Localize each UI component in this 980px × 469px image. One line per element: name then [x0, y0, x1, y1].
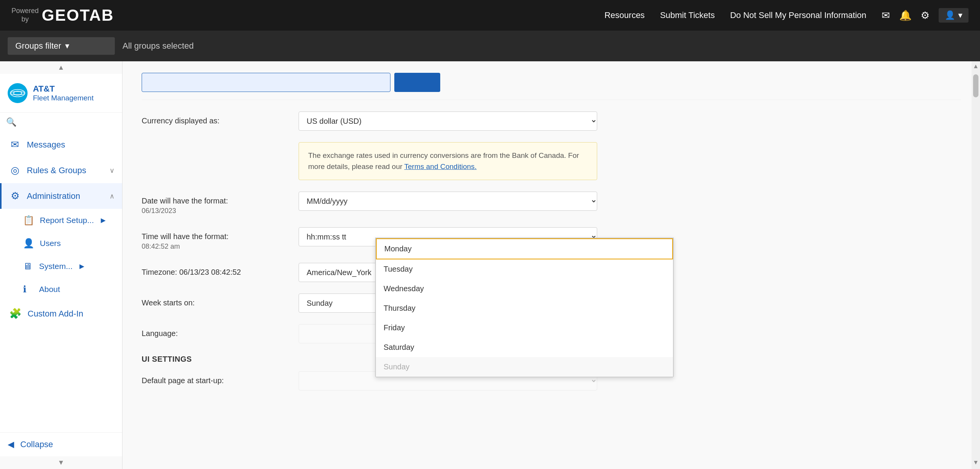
sidebar-scroll-up[interactable]: ▲ — [0, 61, 122, 74]
sidebar: ▲ AT&T Fleet Management 🔍 ✉ — [0, 61, 122, 469]
top-partial-row — [142, 73, 961, 100]
date-format-row: Date will have the format: 06/13/2023 MM… — [142, 192, 961, 216]
submit-tickets-link[interactable]: Submit Tickets — [660, 10, 715, 20]
notice-row: The exchange rates used in currency conv… — [142, 142, 961, 180]
dropdown-item-monday[interactable]: Monday — [376, 238, 673, 259]
mail-icon[interactable]: ✉ — [882, 10, 890, 21]
users-icon: 👤 — [23, 238, 34, 249]
sidebar-search-area: 🔍 — [0, 113, 122, 132]
resources-link[interactable]: Resources — [604, 10, 645, 20]
dropdown-item-wednesday[interactable]: Wednesday — [376, 279, 673, 298]
sidebar-item-rules-groups[interactable]: ◎ Rules & Groups ∨ — [0, 157, 122, 183]
currency-select[interactable]: US dollar (USD) — [299, 112, 597, 131]
about-label: About — [39, 285, 60, 294]
settings-icon[interactable]: ⚙ — [921, 10, 929, 21]
rules-groups-label: Rules & Groups — [27, 166, 103, 175]
collapse-arrow-icon: ◀ — [8, 439, 14, 449]
date-format-select[interactable]: MM/dd/yyyy — [299, 192, 597, 211]
time-format-label: Time will have the format: 08:42:52 am — [142, 227, 287, 251]
notifications-icon[interactable]: 🔔 — [899, 10, 911, 21]
topbar-icons: ✉ 🔔 ⚙ 👤 ▾ — [882, 8, 969, 23]
sidebar-item-custom-add-in[interactable]: 🧩 Custom Add-In — [0, 301, 122, 326]
report-setup-icon: 📋 — [23, 215, 34, 226]
sidebar-brand: AT&T Fleet Management — [0, 74, 122, 113]
messages-label: Messages — [27, 140, 114, 150]
scroll-down-arrow[interactable]: ▼ — [971, 458, 980, 467]
sidebar-item-messages[interactable]: ✉ Messages — [0, 132, 122, 157]
main-layout: ▲ AT&T Fleet Management 🔍 ✉ — [0, 61, 980, 469]
sidebar-collapse[interactable]: ◀ Collapse — [0, 432, 122, 456]
sidebar-item-users[interactable]: 👤 Users — [0, 232, 122, 255]
dropdown-item-friday[interactable]: Friday — [376, 318, 673, 338]
terms-conditions-link[interactable]: Terms and Conditions. — [404, 162, 477, 171]
user-avatar-icon: 👤 — [945, 10, 955, 20]
scroll-up-arrow[interactable]: ▲ — [971, 61, 980, 71]
svg-point-0 — [10, 86, 25, 100]
scrollbar: ▲ ▼ — [972, 61, 980, 469]
about-icon: ℹ — [23, 284, 34, 295]
scroll-thumb — [973, 74, 978, 97]
groups-filter-arrow: ▾ — [65, 41, 69, 51]
topbar: Powered by GEOTAB Resources Submit Ticke… — [0, 0, 980, 31]
geotab-logo: GEOTAB — [42, 6, 114, 25]
do-not-sell-link[interactable]: Do Not Sell My Personal Information — [730, 10, 866, 20]
language-label: Language: — [142, 324, 287, 339]
filterbar: Groups filter ▾ All groups selected — [0, 31, 980, 61]
att-logo — [8, 83, 28, 103]
rules-groups-icon: ◎ — [9, 164, 21, 176]
rules-groups-arrow: ∨ — [109, 166, 114, 175]
messages-icon: ✉ — [9, 139, 21, 151]
brand-name-text: AT&T Fleet Management — [33, 84, 93, 102]
administration-icon: ⚙ — [9, 190, 21, 202]
currency-label: Currency displayed as: — [142, 112, 287, 126]
timezone-label: Timezone: 06/13/23 08:42:52 — [142, 263, 287, 277]
default-page-label: Default page at start-up: — [142, 371, 287, 386]
collapse-label: Collapse — [20, 439, 53, 449]
system-icon: 🖥 — [23, 261, 34, 272]
system-label: System... — [39, 262, 73, 271]
report-setup-arrow: ► — [99, 216, 107, 225]
all-groups-text: All groups selected — [122, 41, 194, 51]
sidebar-scroll-down[interactable]: ▼ — [0, 456, 122, 469]
powered-by-text: Powered by — [11, 7, 39, 23]
sidebar-nav: ✉ Messages ◎ Rules & Groups ∨ ⚙ Administ… — [0, 132, 122, 432]
administration-label: Administration — [27, 191, 103, 201]
search-icon[interactable]: 🔍 — [6, 117, 16, 127]
topbar-logo: Powered by GEOTAB — [11, 6, 114, 25]
date-format-control: MM/dd/yyyy — [299, 192, 597, 211]
sidebar-item-system[interactable]: 🖥 System... ► — [0, 255, 122, 278]
dropdown-item-sunday[interactable]: Sunday — [376, 357, 673, 377]
groups-filter-button[interactable]: Groups filter ▾ — [8, 37, 115, 55]
week-starts-dropdown: Monday Tuesday Wednesday Thursday Friday… — [375, 238, 674, 377]
sidebar-item-report-setup[interactable]: 📋 Report Setup... ► — [0, 209, 122, 232]
currency-control: US dollar (USD) — [299, 112, 597, 131]
topbar-right: Resources Submit Tickets Do Not Sell My … — [604, 8, 969, 23]
sidebar-item-administration[interactable]: ⚙ Administration ∧ — [0, 183, 122, 209]
main-content: Currency displayed as: US dollar (USD) T… — [122, 61, 980, 469]
user-dropdown-arrow: ▾ — [958, 10, 962, 20]
users-label: Users — [40, 239, 61, 248]
system-arrow: ► — [78, 262, 86, 271]
custom-add-in-label: Custom Add-In — [28, 309, 114, 319]
currency-notice: The exchange rates used in currency conv… — [299, 142, 597, 180]
date-format-label: Date will have the format: 06/13/2023 — [142, 192, 287, 216]
sidebar-item-about[interactable]: ℹ About — [0, 278, 122, 301]
groups-filter-label: Groups filter — [15, 41, 61, 51]
dropdown-item-saturday[interactable]: Saturday — [376, 338, 673, 357]
currency-row: Currency displayed as: US dollar (USD) — [142, 112, 961, 131]
custom-add-in-icon: 🧩 — [9, 308, 21, 320]
report-setup-label: Report Setup... — [40, 216, 94, 225]
administration-arrow: ∧ — [109, 192, 114, 200]
week-starts-label: Week starts on: — [142, 294, 287, 308]
dropdown-item-thursday[interactable]: Thursday — [376, 298, 673, 318]
user-menu[interactable]: 👤 ▾ — [939, 8, 969, 23]
dropdown-item-tuesday[interactable]: Tuesday — [376, 259, 673, 279]
